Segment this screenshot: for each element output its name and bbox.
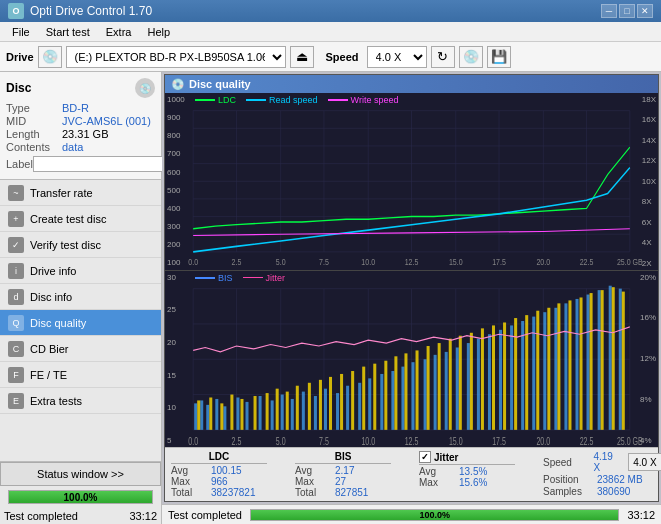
svg-rect-105	[384, 360, 387, 429]
position-value: 23862 MB	[597, 474, 643, 485]
speed-select[interactable]: 4.0 X	[367, 46, 427, 68]
svg-rect-127	[622, 291, 625, 429]
menu-start-test[interactable]: Start test	[38, 24, 98, 40]
svg-rect-94	[266, 393, 269, 430]
svg-rect-69	[424, 359, 427, 430]
svg-rect-59	[314, 396, 317, 430]
stats-area: LDC Avg 100.15 Max 966 Total 38237821	[165, 447, 658, 501]
jitter-checkbox[interactable]: ✓	[419, 451, 431, 463]
svg-rect-126	[612, 287, 615, 430]
sidebar-item-create-test-disc[interactable]: + Create test disc	[0, 206, 161, 232]
sidebar-item-verify-test-disc[interactable]: ✓ Verify test disc	[0, 232, 161, 258]
sidebar-item-transfer-rate[interactable]: ~ Transfer rate	[0, 180, 161, 206]
svg-text:25.0 GB: 25.0 GB	[617, 256, 643, 267]
svg-rect-101	[340, 373, 343, 429]
lower-chart-svg: 0.0 2.5 5.0 7.5 10.0 12.5 15.0 17.5 20.0…	[165, 271, 658, 448]
fe-te-icon: F	[8, 367, 24, 383]
ldc-max-row: Max 966	[171, 476, 267, 487]
ldc-legend: LDC	[195, 95, 236, 105]
svg-rect-117	[514, 318, 517, 430]
status-window-button[interactable]: Status window >>	[0, 462, 161, 486]
close-button[interactable]: ✕	[637, 4, 653, 18]
menubar: File Start test Extra Help	[0, 22, 661, 42]
sidebar-label-fe-te: FE / TE	[30, 369, 67, 381]
svg-rect-112	[459, 335, 462, 429]
svg-rect-93	[254, 396, 257, 430]
minimize-button[interactable]: ─	[601, 4, 617, 18]
lower-chart: BIS Jitter 30252015105 20%16%12%8%4%	[165, 271, 658, 448]
maximize-button[interactable]: □	[619, 4, 635, 18]
svg-rect-48	[200, 400, 203, 429]
jitter-max-row: Max 15.6%	[419, 477, 515, 488]
svg-rect-77	[510, 325, 513, 429]
cd-bier-icon: C	[8, 341, 24, 357]
disc-button[interactable]: 💿	[459, 46, 483, 68]
sidebar-item-extra-tests[interactable]: E Extra tests	[0, 388, 161, 414]
samples-row: Samples 380690	[543, 486, 661, 497]
menu-file[interactable]: File	[4, 24, 38, 40]
svg-rect-78	[521, 321, 524, 430]
svg-text:7.5: 7.5	[319, 256, 329, 267]
svg-rect-58	[302, 391, 305, 429]
svg-text:12.5: 12.5	[405, 256, 419, 267]
extra-tests-icon: E	[8, 393, 24, 409]
length-value: 23.31 GB	[62, 128, 108, 140]
type-label: Type	[6, 102, 62, 114]
refresh-button[interactable]: ↻	[431, 46, 455, 68]
svg-rect-51	[223, 406, 226, 430]
sidebar-item-disc-quality[interactable]: Q Disc quality	[0, 310, 161, 336]
sidebar-label-extra-tests: Extra tests	[30, 395, 82, 407]
svg-rect-114	[481, 328, 484, 429]
svg-rect-72	[456, 347, 459, 429]
svg-rect-49	[206, 404, 209, 429]
svg-rect-87	[619, 288, 622, 429]
drive-select[interactable]: (E:) PLEXTOR BD-R PX-LB950SA 1.06	[66, 46, 286, 68]
drive-icon-btn[interactable]: 💿	[38, 46, 62, 68]
svg-rect-76	[499, 329, 502, 429]
sidebar-label-disc-quality: Disc quality	[30, 317, 86, 329]
svg-rect-50	[215, 398, 218, 429]
svg-rect-71	[445, 351, 448, 429]
bottom-time: 33:12	[627, 509, 655, 521]
svg-rect-68	[412, 362, 415, 430]
svg-rect-55	[271, 400, 274, 429]
charts-container: LDC Read speed Write speed 1000900800700…	[165, 93, 658, 447]
svg-text:0.0: 0.0	[188, 256, 198, 267]
sidebar-item-fe-te[interactable]: F FE / TE	[0, 362, 161, 388]
eject-button[interactable]: ⏏	[290, 46, 314, 68]
disc-quality-icon: Q	[8, 315, 24, 331]
lower-chart-y-left: 30252015105	[167, 271, 176, 448]
menu-help[interactable]: Help	[139, 24, 178, 40]
sidebar-item-disc-info[interactable]: d Disc info	[0, 284, 161, 310]
bis-total-row: Total 827851	[295, 487, 391, 498]
svg-rect-99	[319, 379, 322, 429]
svg-text:5.0: 5.0	[276, 256, 286, 267]
app-icon: O	[8, 3, 24, 19]
disc-quality-panel-title: Disc quality	[189, 78, 251, 90]
sidebar-item-cd-bier[interactable]: C CD Bier	[0, 336, 161, 362]
svg-text:2.5: 2.5	[232, 256, 242, 267]
svg-rect-125	[601, 290, 604, 430]
svg-text:25.0 GB: 25.0 GB	[617, 435, 643, 447]
sidebar-label-create-test-disc: Create test disc	[30, 213, 106, 225]
svg-rect-96	[286, 391, 289, 429]
speed-target-select[interactable]: 4.0 X	[628, 453, 661, 471]
svg-text:5.0: 5.0	[276, 435, 286, 447]
svg-rect-121	[557, 303, 560, 429]
position-label: Position	[543, 474, 593, 485]
svg-rect-65	[380, 373, 383, 429]
position-row: Position 23862 MB	[543, 474, 661, 485]
disc-contents-row: Contents data	[6, 141, 155, 153]
sidebar-label-drive-info: Drive info	[30, 265, 76, 277]
status-time: 33:12	[129, 510, 157, 522]
sidebar-statusbar: Status window >> 100.0% Test completed 3…	[0, 461, 161, 524]
svg-rect-98	[308, 382, 311, 429]
svg-rect-85	[598, 290, 601, 430]
label-input[interactable]	[33, 156, 166, 172]
svg-rect-106	[394, 356, 397, 430]
transfer-rate-icon: ~	[8, 185, 24, 201]
sidebar-item-drive-info[interactable]: i Drive info	[0, 258, 161, 284]
svg-rect-89	[209, 397, 212, 429]
save-button[interactable]: 💾	[487, 46, 511, 68]
menu-extra[interactable]: Extra	[98, 24, 140, 40]
